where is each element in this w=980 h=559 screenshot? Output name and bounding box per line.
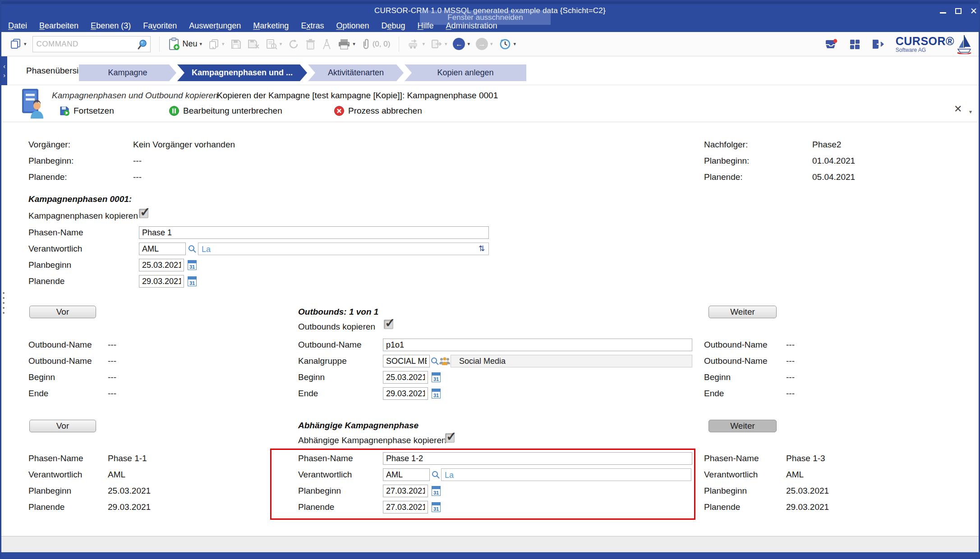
phase-tab-kampagnenphasen[interactable]: Kampagnenphasen und ...	[177, 64, 307, 81]
copy-record-button[interactable]: ▾	[208, 38, 225, 50]
field-value: ---	[133, 156, 142, 166]
geometry-button[interactable]	[322, 38, 332, 50]
copy-record-icon	[208, 38, 220, 50]
phase-responsible-code-input[interactable]	[139, 243, 186, 255]
phase-tab-kampagne[interactable]: Kampagne	[79, 64, 176, 81]
outbound-next-button[interactable]: Weiter	[709, 306, 777, 318]
phase-end-label: Planende	[28, 275, 64, 288]
dependent-responsible-code-input[interactable]	[383, 468, 430, 481]
new-record-icon	[168, 37, 180, 50]
dependent-responsible-link[interactable]: La	[445, 471, 454, 480]
delete-button[interactable]	[305, 38, 316, 50]
tiles-button[interactable]	[849, 39, 860, 50]
phase-copy-checkbox[interactable]: ✓	[139, 209, 148, 218]
save-button[interactable]	[230, 38, 242, 50]
menu-item[interactable]: Optionen	[336, 21, 369, 31]
new-button[interactable]: Neu ▾	[168, 37, 202, 50]
menu-item[interactable]: Datei	[8, 21, 27, 31]
calendar-day-text: 31	[433, 393, 439, 398]
dependent-name-input[interactable]	[383, 452, 692, 465]
attachments-button[interactable]: (0, 0)	[361, 38, 391, 50]
lookup-button[interactable]	[430, 357, 439, 367]
menu-item[interactable]: Debug	[382, 21, 405, 31]
outbound-name-input[interactable]	[383, 339, 692, 351]
maximize-button[interactable]	[953, 6, 964, 16]
field-label: Phasen-Name	[28, 454, 108, 463]
calendar-icon[interactable]: 31	[188, 276, 197, 286]
menu-item[interactable]: Auswertungen	[189, 21, 241, 31]
navigate-back-button[interactable]: ← ▾	[453, 38, 470, 50]
phase-name-input[interactable]	[139, 226, 489, 239]
calendar-icon[interactable]: 31	[432, 389, 441, 399]
history-button[interactable]: ▾	[499, 38, 516, 50]
logo-subtext: Software AG	[896, 47, 954, 53]
lookup-button[interactable]	[431, 470, 440, 481]
phase-tab-aktivitaetenarten[interactable]: Aktivitätenarten	[308, 64, 404, 81]
outbound-end-input[interactable]	[383, 387, 428, 400]
logout-button[interactable]	[871, 38, 885, 50]
dependent-responsible-name-field[interactable]	[441, 468, 691, 481]
check-icon: ✓	[140, 205, 150, 220]
menu-item[interactable]: Extras	[301, 21, 324, 31]
field-label: Verantwortlich	[704, 470, 786, 480]
outbound-copy-checkbox[interactable]: ✓	[384, 320, 393, 329]
calendar-icon[interactable]: 31	[432, 486, 441, 496]
outbound-prev-button[interactable]: Vor	[29, 306, 96, 318]
calendar-day-text: 31	[433, 376, 439, 382]
navigate-forward-button[interactable]: → ▾	[476, 38, 493, 50]
dependent-prev-button[interactable]: Vor	[29, 420, 96, 432]
panel-collapse-strip[interactable]: ‹ ›	[1, 56, 7, 85]
lookup-button[interactable]	[188, 244, 197, 255]
menu-item[interactable]: Marketing	[253, 21, 289, 31]
panel-menu-caret[interactable]: ▾	[969, 109, 972, 115]
field-value: ---	[786, 340, 795, 350]
menu-item[interactable]: Favoriten	[143, 21, 177, 31]
printer-icon	[338, 38, 350, 50]
refresh-button[interactable]	[288, 38, 299, 50]
dependent-next-button[interactable]: Weiter	[709, 420, 777, 432]
dependent-copy-label: Abhängige Kampagnenphase kopieren	[298, 434, 446, 447]
phase-responsible-link[interactable]: La	[202, 245, 211, 254]
close-button[interactable]: ✕	[968, 6, 979, 16]
search-records-button[interactable]: ▾	[266, 38, 282, 50]
field-row: Planende29.03.2021	[704, 499, 829, 515]
continue-button-label: Fortsetzen	[74, 106, 114, 116]
abort-button[interactable]: Prozess abbrechen	[334, 104, 422, 118]
phase-tab-kopien-anlegen[interactable]: Kopien anlegen	[405, 64, 526, 81]
print-button[interactable]: ▾	[338, 38, 355, 50]
field-label: Planbeginn:	[28, 156, 133, 166]
channel-group-code-input[interactable]	[383, 355, 430, 367]
pause-button[interactable]: Bearbeitung unterbrechen	[169, 104, 282, 118]
menu-item[interactable]: Ebenen (3)	[91, 21, 131, 31]
minimize-button[interactable]	[938, 6, 948, 16]
dependent-copy-checkbox[interactable]: ✓	[445, 433, 455, 443]
phase-responsible-name-field[interactable]	[198, 243, 489, 255]
paperclip-icon	[361, 38, 370, 50]
close-icon: ✕	[970, 7, 977, 15]
save-close-button[interactable]	[248, 38, 260, 50]
vendor-logo[interactable]: CURSOR® Software AG	[896, 34, 972, 54]
calendar-icon[interactable]: 31	[432, 372, 441, 382]
outbound-begin-input[interactable]	[383, 371, 428, 384]
inbox-button[interactable]	[824, 38, 838, 50]
search-button[interactable]	[137, 39, 148, 52]
continue-button[interactable]: Fortsetzen	[59, 104, 114, 118]
chevron-down-icon: ▾	[200, 41, 202, 46]
phase-end-input[interactable]	[139, 275, 184, 288]
field-label: Phasen-Name	[704, 454, 786, 463]
checkout-button[interactable]: ▾	[431, 38, 447, 50]
window-switch-button[interactable]: ▾	[9, 38, 27, 50]
calendar-icon[interactable]: 31	[432, 502, 441, 512]
transfer-button[interactable]: ▾	[408, 38, 425, 50]
command-input[interactable]	[33, 37, 133, 51]
phase-begin-input[interactable]	[139, 259, 184, 271]
calendar-icon[interactable]: 31	[188, 260, 197, 270]
splitter-handle[interactable]	[3, 292, 5, 314]
panel-close-button[interactable]: ✕	[954, 103, 962, 115]
minimize-icon	[940, 12, 946, 14]
sort-icon[interactable]: ⇅	[478, 244, 485, 253]
dependent-begin-input[interactable]	[383, 485, 428, 497]
chevron-down-icon: ▾	[490, 41, 493, 46]
dependent-end-input[interactable]	[383, 501, 428, 513]
menu-item[interactable]: Bearbeiten	[39, 21, 78, 31]
